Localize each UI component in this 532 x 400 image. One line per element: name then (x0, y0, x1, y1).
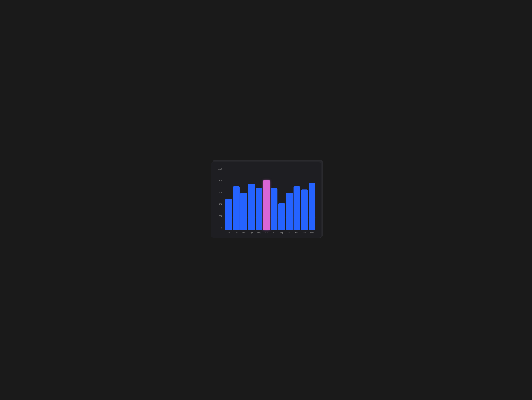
x-axis-label: Oct (293, 231, 300, 234)
bars-container (225, 168, 316, 230)
bar-may[interactable] (256, 188, 262, 230)
bar-wrapper (293, 168, 300, 230)
x-axis-label: Mar (240, 231, 247, 234)
y-axis-label: 40k (219, 203, 222, 206)
x-axis-label: May (256, 231, 262, 234)
bar-wrapper (256, 168, 262, 230)
bar-oct[interactable] (293, 186, 300, 230)
x-axis-label: Dec (309, 231, 315, 234)
bar-jan[interactable] (225, 199, 232, 230)
y-axis-label: 20k (219, 215, 222, 217)
bar-wrapper (240, 168, 247, 230)
bar-nov[interactable] (301, 190, 308, 230)
bar-apr[interactable] (248, 184, 255, 230)
chart-card-stack: 100k80k60k40k20k0 JanFebMarAprMayJunJulA… (211, 162, 321, 238)
bar-jul[interactable] (271, 188, 278, 230)
x-axis-label: Jun (263, 231, 270, 234)
bar-mar[interactable] (240, 193, 247, 230)
bar-wrapper (233, 168, 240, 230)
bar-wrapper (278, 168, 285, 230)
x-axis-label: Jan (225, 231, 232, 234)
bar-wrapper (301, 168, 308, 230)
y-axis-label: 100k (217, 168, 222, 170)
bar-avg[interactable] (278, 203, 285, 230)
x-axis-label: Avg (278, 231, 285, 234)
x-axis-label: Apr (248, 231, 255, 234)
y-axis-label: 0 (221, 227, 222, 229)
bar-feb[interactable] (233, 186, 240, 230)
chart-body: JanFebMarAprMayJunJulAvgSepOctNovDec (225, 168, 316, 234)
x-axis: JanFebMarAprMayJunJulAvgSepOctNovDec (225, 230, 316, 234)
bar-jun[interactable] (263, 180, 270, 230)
y-axis-label: 80k (219, 179, 222, 182)
x-axis-label: Sep (286, 231, 292, 234)
bar-wrapper (286, 168, 292, 230)
bar-wrapper (309, 168, 315, 230)
x-axis-label: Feb (233, 231, 240, 234)
y-axis-label: 60k (219, 191, 222, 194)
x-axis-label: Nov (301, 231, 308, 234)
y-axis: 100k80k60k40k20k0 (217, 168, 225, 234)
chart-card: 100k80k60k40k20k0 JanFebMarAprMayJunJulA… (211, 162, 321, 238)
bar-wrapper (248, 168, 255, 230)
chart-area: 100k80k60k40k20k0 JanFebMarAprMayJunJulA… (217, 168, 316, 234)
bar-wrapper (271, 168, 278, 230)
bar-wrapper (225, 168, 232, 230)
x-axis-label: Jul (271, 231, 278, 234)
bar-wrapper (263, 168, 270, 230)
bar-sep[interactable] (286, 193, 292, 230)
bar-dec[interactable] (309, 183, 315, 230)
bars-and-grid (225, 168, 316, 230)
